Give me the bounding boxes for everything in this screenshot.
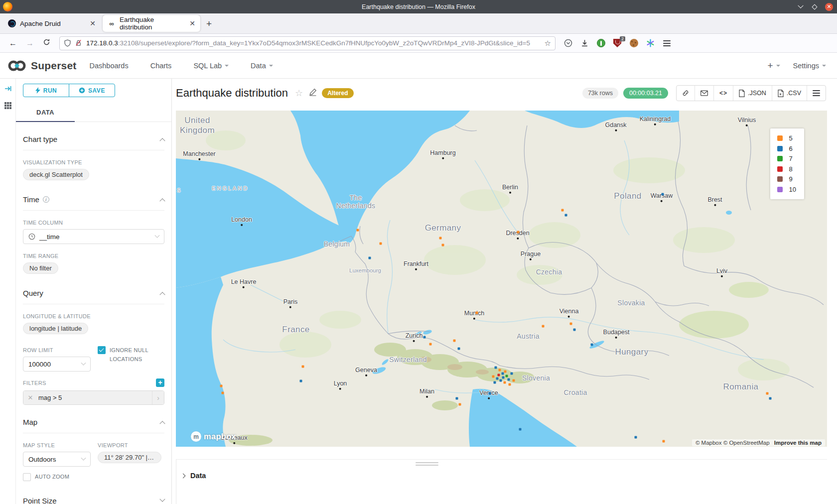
earthquake-point[interactable] — [222, 392, 224, 394]
earthquake-point[interactable] — [498, 374, 500, 377]
earthquake-point[interactable] — [502, 377, 505, 379]
export-json-button[interactable]: .JSON — [733, 86, 772, 101]
earthquake-point[interactable] — [453, 340, 456, 342]
lock-disabled-icon[interactable] — [75, 39, 82, 47]
expand-datasource-icon[interactable] — [4, 85, 12, 95]
viz-type-value[interactable]: deck.gl Scatterplot — [23, 169, 89, 180]
earthquake-point[interactable] — [504, 381, 506, 384]
filter-item[interactable]: ✕ mag > 5 › — [23, 390, 164, 405]
earthquake-point[interactable] — [220, 385, 223, 387]
earthquake-point[interactable] — [565, 214, 567, 217]
earthquake-point[interactable] — [459, 403, 461, 406]
earthquake-point[interactable] — [492, 376, 495, 378]
earthquake-point[interactable] — [506, 375, 508, 378]
earthquake-point[interactable] — [509, 383, 511, 386]
earthquake-point[interactable] — [495, 367, 497, 369]
settings-menu[interactable]: Settings — [793, 62, 826, 70]
shield-icon[interactable] — [64, 39, 71, 47]
earthquake-point[interactable] — [769, 397, 772, 400]
superset-logo[interactable]: Superset — [7, 59, 76, 72]
nav-item-dashboards[interactable]: Dashboards — [89, 62, 128, 70]
chart-menu-button[interactable] — [807, 86, 826, 101]
pocket-icon[interactable] — [563, 39, 572, 48]
datasource-grid-icon[interactable] — [4, 102, 12, 112]
section-query[interactable]: Query — [23, 289, 164, 304]
deckgl-scatterplot-map[interactable]: United KingdomGermanyFrancePolandHungary… — [176, 111, 827, 447]
earthquake-point[interactable] — [517, 231, 520, 234]
ublock-icon[interactable]: 2 — [613, 39, 622, 48]
favorite-star-icon[interactable]: ☆ — [295, 88, 303, 99]
earthquake-point[interactable] — [561, 209, 564, 212]
nav-item-charts[interactable]: Charts — [150, 62, 172, 70]
earthquake-point[interactable] — [519, 428, 522, 431]
remove-filter-icon[interactable]: ✕ — [23, 391, 37, 404]
bookmark-star-icon[interactable]: ☆ — [545, 39, 551, 48]
window-minimize-button[interactable] — [797, 3, 804, 10]
earthquake-point[interactable] — [496, 378, 499, 380]
earthquake-point[interactable] — [300, 380, 302, 382]
export-csv-button[interactable]: .CSV — [772, 86, 807, 101]
viewport-value[interactable]: 11° 28' 29.70" | 50... — [98, 452, 161, 463]
earthquake-point[interactable] — [573, 329, 576, 331]
earthquake-point[interactable] — [429, 343, 432, 346]
earthquake-point[interactable] — [502, 373, 504, 375]
email-button[interactable] — [695, 86, 713, 101]
lonlat-value[interactable]: longitude | latitude — [23, 323, 88, 334]
earthquake-point[interactable] — [302, 366, 304, 368]
tab-close-icon[interactable]: ✕ — [90, 19, 96, 27]
cookie-extension-icon[interactable] — [629, 39, 638, 48]
data-pane-header[interactable]: Data — [176, 460, 827, 480]
edit-title-icon[interactable] — [309, 88, 317, 98]
resize-handle[interactable] — [416, 462, 438, 467]
tab-data[interactable]: DATA — [16, 104, 75, 122]
mapbox-logo[interactable]: m mapbox — [191, 431, 236, 442]
earthquake-point[interactable] — [570, 323, 572, 325]
downloads-icon[interactable] — [580, 39, 589, 48]
nav-item-data[interactable]: Data — [251, 62, 273, 70]
window-close-button[interactable]: ✕ — [825, 3, 833, 11]
back-button[interactable]: ← — [9, 39, 17, 48]
map-style-select[interactable]: Outdoors — [23, 452, 91, 467]
section-point-size[interactable]: Point Size — [23, 497, 164, 504]
earthquake-point[interactable] — [499, 369, 501, 372]
time-range-value[interactable]: No filter — [23, 262, 58, 274]
earthquake-point[interactable] — [369, 257, 371, 259]
filter-expand-icon[interactable]: › — [152, 391, 164, 404]
section-map[interactable]: Map — [23, 418, 164, 433]
run-button[interactable]: RUN — [23, 84, 69, 97]
earthquake-point[interactable] — [504, 371, 507, 373]
earthquake-point[interactable] — [513, 379, 515, 382]
earthquake-point[interactable] — [542, 325, 545, 328]
earthquake-point[interactable] — [508, 378, 510, 381]
earthquake-point[interactable] — [663, 440, 665, 443]
menu-icon[interactable] — [662, 39, 671, 48]
earthquake-point[interactable] — [662, 193, 664, 196]
altered-badge[interactable]: Altered — [322, 88, 353, 98]
earthquake-point[interactable] — [494, 381, 496, 384]
auto-zoom-checkbox[interactable] — [23, 473, 31, 481]
section-time[interactable]: Time i — [23, 195, 164, 211]
earthquake-point[interactable] — [766, 392, 769, 395]
improve-map-link[interactable]: Improve this map — [774, 440, 822, 446]
embed-code-button[interactable]: <> — [713, 86, 733, 101]
earthquake-point[interactable] — [442, 244, 444, 247]
earthquake-point[interactable] — [423, 336, 426, 339]
earthquake-point[interactable] — [357, 229, 359, 232]
new-item-button[interactable]: + — [767, 60, 780, 71]
section-chart-type[interactable]: Chart type — [23, 135, 164, 150]
earthquake-point[interactable] — [489, 392, 491, 395]
earthquake-point[interactable] — [500, 379, 502, 382]
new-tab-button[interactable]: + — [206, 18, 212, 29]
colorful-extension-icon[interactable] — [646, 39, 655, 48]
tab-close-icon[interactable]: ✕ — [189, 19, 195, 27]
earthquake-point[interactable] — [476, 312, 478, 314]
save-button[interactable]: SAVE — [69, 84, 115, 97]
earthquake-point[interactable] — [458, 348, 460, 350]
reload-button[interactable] — [43, 38, 50, 48]
copy-link-button[interactable] — [677, 86, 695, 101]
tab-earthquake-distribution[interactable]: ∞ Earthquake distribution ✕ — [103, 15, 200, 32]
window-maximize-button[interactable] — [811, 3, 818, 10]
ignore-null-checkbox[interactable] — [98, 346, 106, 354]
privacy-badger-icon[interactable] — [596, 39, 605, 48]
row-limit-select[interactable]: 100000 — [23, 357, 91, 372]
